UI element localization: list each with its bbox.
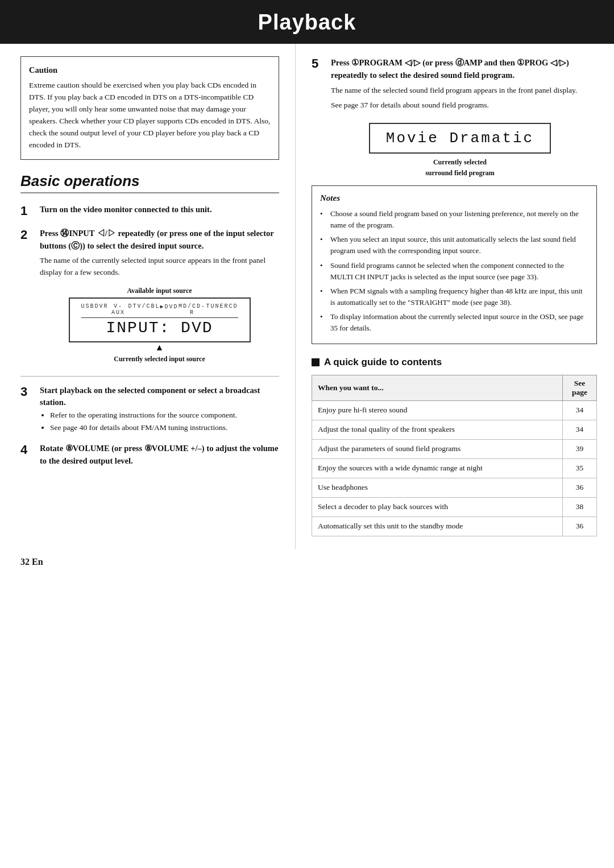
table-cell-page: 34 <box>563 420 597 440</box>
input-diagram: Available input source USB DVR V-AUX DTV… <box>40 287 279 363</box>
caution-text: Extreme caution should be exercised when… <box>29 80 271 151</box>
notes-box: Notes • Choose a sound field program bas… <box>312 185 597 345</box>
note-item-4: • When PCM signals with a sampling frequ… <box>320 286 588 308</box>
diagram-box: USB DVR V-AUX DTV/CBL ▶DVD MD/CD-R TUNER… <box>69 297 251 342</box>
table-cell-page: 35 <box>563 459 597 478</box>
step5-text2: See page 37 for details about sound fiel… <box>331 100 597 111</box>
table-cell-page: 36 <box>563 516 597 536</box>
step3-bold: Start playback on the selected component… <box>40 385 279 410</box>
movie-display: Movie Dramatic <box>369 123 551 154</box>
step5-bold: Press ①PROGRAM ◁/▷ (or press ⓓAMP and th… <box>331 56 597 82</box>
table-row: Select a decoder to play back sources wi… <box>312 497 597 516</box>
step-5-section: 5 Press ①PROGRAM ◁/▷ (or press ⓓAMP and … <box>312 56 597 177</box>
table-row: Automatically set this unit to the stand… <box>312 516 597 536</box>
table-cell-want: Automatically set this unit to the stand… <box>312 516 563 536</box>
step4-bold: Rotate ⑧VOLUME (or press ⑧VOLUME +/–) to… <box>40 443 279 468</box>
table-cell-want: Select a decoder to play back sources wi… <box>312 497 563 516</box>
table-row: Enjoy the sources with a wide dynamic ra… <box>312 459 597 478</box>
caution-title: Caution <box>29 64 271 76</box>
note-item-1: • Choose a sound field program based on … <box>320 208 588 231</box>
movie-caption-line1: Currently selected <box>323 158 597 167</box>
step-2: 2 Press ⑭INPUT ◁/▷ repeatedly (or press … <box>20 228 279 366</box>
page-number: 32 En <box>20 557 43 567</box>
input-display: INPUT: DVD <box>81 319 238 337</box>
step1-bold: Turn on the video monitor connected to t… <box>40 204 279 216</box>
table-col1-header: When you want to... <box>312 375 563 401</box>
step3-bullets: Refer to the operating instructions for … <box>50 409 279 433</box>
step-1: 1 Turn on the video monitor connected to… <box>20 204 279 218</box>
table-cell-want: Adjust the parameters of sound field pro… <box>312 440 563 459</box>
note-item-3: • Sound field programs cannot be selecte… <box>320 260 588 283</box>
table-cell-want: Enjoy pure hi-fi stereo sound <box>312 401 563 420</box>
diagram-label-top: Available input source <box>40 287 279 295</box>
guide-table: When you want to... Seepage Enjoy pure h… <box>312 375 597 536</box>
page-footer: 32 En <box>0 549 614 573</box>
step-3: 3 Start playback on the selected compone… <box>20 385 279 434</box>
table-row: Enjoy pure hi-fi stereo sound34 <box>312 401 597 420</box>
section-title: Basic operations <box>20 172 279 193</box>
table-col2-header: Seepage <box>563 375 597 401</box>
table-cell-page: 36 <box>563 478 597 498</box>
table-cell-page: 38 <box>563 497 597 516</box>
step2-bold: Press ⑭INPUT ◁/▷ repeatedly (or press on… <box>40 228 279 253</box>
step2-text: The name of the currently selected input… <box>40 255 279 279</box>
quick-guide-title: A quick guide to contents <box>312 357 597 368</box>
diagram-source-bar: USB DVR V-AUX DTV/CBL ▶DVD MD/CD-R TUNER… <box>81 303 238 318</box>
table-row: Adjust the tonal quality of the front sp… <box>312 420 597 440</box>
caution-box: Caution Extreme caution should be exerci… <box>20 56 279 160</box>
movie-display-container: Movie Dramatic Currently selected surrou… <box>312 117 597 177</box>
note-item-5: • To display information about the curre… <box>320 311 588 334</box>
step-4: 4 Rotate ⑧VOLUME (or press ⑧VOLUME +/–) … <box>20 443 279 468</box>
movie-caption-line2: surround field program <box>323 169 597 177</box>
table-cell-page: 39 <box>563 440 597 459</box>
table-cell-page: 34 <box>563 401 597 420</box>
square-icon <box>312 358 320 366</box>
page-title: Playback <box>0 0 614 44</box>
table-row: Adjust the parameters of sound field pro… <box>312 440 597 459</box>
note-item-2: • When you select an input source, this … <box>320 234 588 257</box>
table-row: Use headphones36 <box>312 478 597 498</box>
step5-text1: The name of the selected sound field pro… <box>331 85 597 97</box>
diagram-label-bottom: Currently selected input source <box>40 355 279 363</box>
table-cell-want: Adjust the tonal quality of the front sp… <box>312 420 563 440</box>
table-cell-want: Enjoy the sources with a wide dynamic ra… <box>312 459 563 478</box>
notes-title: Notes <box>320 192 588 205</box>
table-cell-want: Use headphones <box>312 478 563 498</box>
